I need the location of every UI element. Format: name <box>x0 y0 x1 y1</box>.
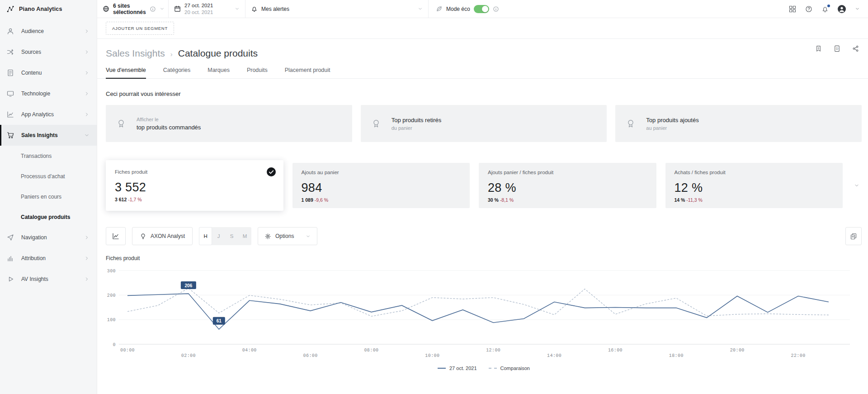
info-icon[interactable] <box>150 6 156 12</box>
breadcrumb: Sales Insights › Catalogue produits <box>106 48 862 59</box>
apps-grid-icon[interactable] <box>789 5 796 13</box>
kpi-value: 28 % <box>488 181 647 195</box>
bar-chart-icon <box>7 255 14 262</box>
sidebar-item-attribution[interactable]: Attribution <box>0 248 97 269</box>
options-button[interactable]: Options <box>258 227 317 245</box>
granularity-hour[interactable]: H <box>199 227 212 245</box>
svg-text:04:00: 04:00 <box>242 348 257 353</box>
suggestion-card-top-produits-ajoutes[interactable]: Top produits ajoutés au panier <box>615 105 862 142</box>
lightbulb-icon <box>140 233 146 240</box>
kpi-value: 12 % <box>675 181 834 195</box>
svg-text:18:00: 18:00 <box>669 353 684 358</box>
medal-icon <box>626 119 635 128</box>
legend-item-comparison[interactable]: Comparaison <box>489 366 530 371</box>
alerts-selector[interactable]: Mes alertes <box>245 0 429 18</box>
play-icon <box>7 275 14 283</box>
person-icon <box>7 28 14 35</box>
kpi-card-ajouts-panier-fiches-produit[interactable]: Ajouts panier / fiches produit 28 % 30 %… <box>479 163 656 208</box>
app-logo[interactable]: Piano Analytics <box>0 0 97 18</box>
chart-legend: 27 oct. 2021 Comparaison <box>106 366 862 371</box>
sidebar-item-technologie[interactable]: Technologie <box>0 83 97 104</box>
axon-analyst-button[interactable]: AXON Analyst <box>132 227 193 245</box>
kpi-card-ajouts-au-panier[interactable]: Ajouts au panier 984 1 089 -9,6 % <box>292 163 470 208</box>
breadcrumb-section[interactable]: Sales Insights <box>106 48 165 59</box>
chevron-down-icon <box>235 6 240 11</box>
tab-marques[interactable]: Marques <box>208 67 230 79</box>
chart-type-button[interactable] <box>106 227 126 245</box>
kpi-change: -1,7 % <box>128 197 142 202</box>
granularity-day[interactable]: J <box>212 227 225 245</box>
document-icon <box>7 69 14 76</box>
kpi-card-fiches-produit[interactable]: Fiches produit 3 552 3 612 -1,7 % <box>106 160 283 211</box>
sidebar-subitem-processus-achat[interactable]: Processus d'achat <box>0 166 97 186</box>
svg-text:61: 61 <box>217 318 222 323</box>
suggestion-card-subtitle: au panier <box>646 125 698 131</box>
check-circle-icon <box>266 167 276 177</box>
sidebar-item-sources[interactable]: Sources <box>0 42 97 62</box>
eco-mode: Mode éco <box>429 0 505 18</box>
sidebar-subitem-paniers-en-cours[interactable]: Paniers en cours <box>0 186 97 207</box>
kpi-previous: 14 % <box>675 197 685 203</box>
share-icon[interactable] <box>852 45 859 52</box>
calendar-icon <box>174 5 181 12</box>
sidebar-item-av-insights[interactable]: AV Insights <box>0 269 97 290</box>
chevron-right-icon <box>84 70 90 76</box>
notifications-bell-icon[interactable] <box>821 5 829 13</box>
sidebar: Piano Analytics Audience Sources Contenu… <box>0 0 97 394</box>
chevron-right-icon <box>84 256 90 261</box>
sidebar-item-sales-insights[interactable]: Sales Insights <box>0 125 97 146</box>
tab-vue-densemble[interactable]: Vue d'ensemble <box>106 67 146 79</box>
legend-swatch-solid <box>438 368 446 369</box>
chart-title: Fiches produit <box>106 255 862 261</box>
tab-placement-produit[interactable]: Placement produit <box>285 67 330 79</box>
svg-text:206: 206 <box>185 283 193 288</box>
suggestion-card-top-produits-retires[interactable]: Top produits retirés du panier <box>361 105 607 142</box>
info-icon[interactable] <box>493 6 499 12</box>
date-range-picker[interactable]: 27 oct. 2021 20 oct. 2021 <box>169 0 245 18</box>
bookmark-icon[interactable] <box>815 45 822 52</box>
sidebar-item-navigation[interactable]: Navigation <box>0 227 97 248</box>
bell-icon <box>251 5 258 12</box>
site-selector[interactable]: 6 sites sélectionnés <box>97 0 169 18</box>
svg-text:200: 200 <box>107 293 116 298</box>
help-icon[interactable] <box>805 5 812 13</box>
svg-text:D: D <box>836 47 838 50</box>
copy-data-button[interactable] <box>845 227 862 245</box>
sidebar-item-contenu[interactable]: Contenu <box>0 62 97 83</box>
alerts-label: Mes alertes <box>261 6 289 12</box>
eco-mode-toggle[interactable] <box>474 5 489 13</box>
svg-text:12:00: 12:00 <box>486 348 500 353</box>
line-chart[interactable]: 010020030000:0002:0004:0006:0008:0010:00… <box>106 264 862 360</box>
suggestion-card-top-produits-commandes[interactable]: Afficher le top produits commandés <box>106 105 352 142</box>
kpi-more-chevron[interactable] <box>852 183 862 188</box>
legend-swatch-dashed <box>489 368 497 369</box>
tab-categories[interactable]: Catégories <box>163 67 190 79</box>
svg-text:08:00: 08:00 <box>364 348 378 353</box>
svg-text:14:00: 14:00 <box>547 353 561 358</box>
granularity-switch: H J S M <box>199 227 251 245</box>
sidebar-item-app-analytics[interactable]: App Analytics <box>0 104 97 125</box>
chart-block: Fiches produit 010020030000:0002:0004:00… <box>106 255 862 371</box>
kpi-value: 3 552 <box>115 180 274 195</box>
kpi-card-achats-fiches-produit[interactable]: Achats / fiches produit 12 % 14 % -11,3 … <box>665 163 843 208</box>
kpi-previous: 3 612 <box>115 197 127 202</box>
sidebar-item-audience[interactable]: Audience <box>0 21 97 42</box>
svg-text:22:00: 22:00 <box>791 353 806 358</box>
add-segment-button[interactable]: AJOUTER UN SEGMENT <box>106 22 174 35</box>
granularity-week[interactable]: S <box>225 227 238 245</box>
saved-report-icon[interactable]: D <box>834 45 840 52</box>
chevron-down-icon <box>418 6 423 11</box>
svg-text:100: 100 <box>107 318 116 323</box>
avatar[interactable] <box>838 5 846 13</box>
sidebar-subitem-transactions[interactable]: Transactions <box>0 146 97 166</box>
chart-toolbar: AXON Analyst H J S M Options <box>106 227 862 245</box>
sidebar-subitem-catalogue-produits[interactable]: Catalogue produits <box>0 207 97 227</box>
topbar: 6 sites sélectionnés 27 oct. 2021 20 oct… <box>97 0 868 18</box>
kpi-change: -11,3 % <box>686 197 702 203</box>
chevron-down-icon[interactable] <box>855 6 860 11</box>
svg-text:00:00: 00:00 <box>120 348 135 353</box>
granularity-month[interactable]: M <box>238 227 251 245</box>
tab-produits[interactable]: Produits <box>247 67 268 79</box>
kpi-change: -9,6 % <box>315 197 328 203</box>
legend-item-primary[interactable]: 27 oct. 2021 <box>438 366 477 371</box>
